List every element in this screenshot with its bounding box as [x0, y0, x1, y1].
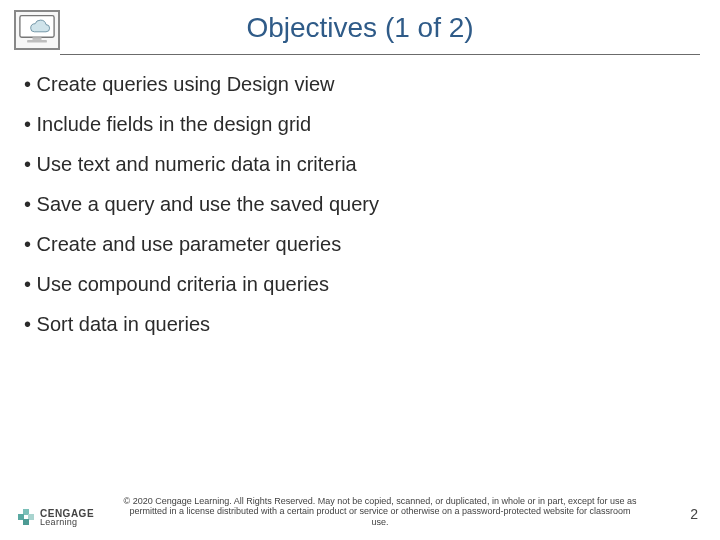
list-item: Use compound criteria in queries — [24, 272, 680, 296]
brand-mark-icon — [18, 509, 34, 525]
list-item: Save a query and use the saved query — [24, 192, 680, 216]
list-item: Sort data in queries — [24, 312, 680, 336]
brand-logo: CENGAGE Learning — [18, 509, 94, 526]
objectives-list: Create queries using Design view Include… — [24, 72, 680, 352]
slide: Objectives (1 of 2) Create queries using… — [0, 0, 720, 540]
list-item: Include fields in the design grid — [24, 112, 680, 136]
copyright-text: © 2020 Cengage Learning. All Rights Rese… — [120, 496, 640, 528]
list-item: Use text and numeric data in criteria — [24, 152, 680, 176]
title-underline — [60, 54, 700, 55]
brand-sub: Learning — [40, 518, 94, 526]
page-number: 2 — [690, 506, 698, 522]
slide-title: Objectives (1 of 2) — [0, 12, 720, 44]
list-item: Create and use parameter queries — [24, 232, 680, 256]
list-item: Create queries using Design view — [24, 72, 680, 96]
